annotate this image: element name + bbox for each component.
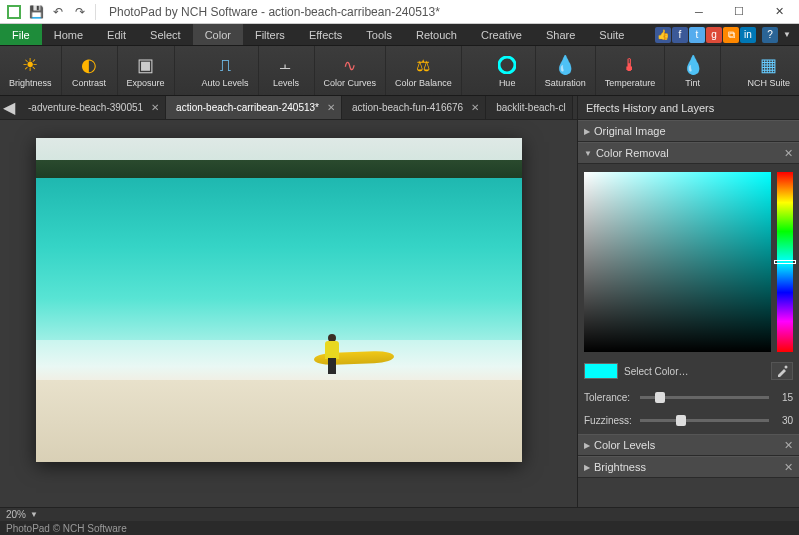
share-icon[interactable]: ⧉ [723,27,739,43]
minimize-button[interactable]: ─ [679,0,719,24]
panel-close-icon[interactable]: ✕ [784,147,793,160]
menu-edit[interactable]: Edit [95,24,138,45]
accordion-color-levels[interactable]: ▶Color Levels✕ [578,434,799,456]
tool-saturation[interactable]: 💧Saturation [536,46,596,96]
tool-contrast[interactable]: ◐Contrast [62,46,118,96]
twitter-icon[interactable]: t [689,27,705,43]
panel-close-icon[interactable]: ✕ [784,461,793,474]
right-panel: Effects History and Layers ▶Original Ima… [577,96,799,507]
menu-tools[interactable]: Tools [354,24,404,45]
menu-bar: File Home Edit Select Color Filters Effe… [0,24,799,46]
maximize-button[interactable]: ☐ [719,0,759,24]
app-menu-icon[interactable] [4,2,24,22]
fuzziness-slider[interactable] [640,419,769,422]
menu-color[interactable]: Color [193,24,243,45]
zoom-dropdown-icon[interactable]: ▼ [30,510,38,519]
tool-tint[interactable]: 💧Tint [665,46,721,96]
color-removal-body: Select Color… Tolerance: 15 Fuzziness: 3… [578,164,799,434]
accordion-original-image[interactable]: ▶Original Image [578,120,799,142]
tab-close-icon[interactable]: ✕ [151,102,159,113]
tolerance-row: Tolerance: 15 [584,392,793,403]
color-swatch[interactable] [584,363,618,379]
tool-nch-suite[interactable]: ▦NCH Suite [738,46,799,96]
undo-icon[interactable]: ↶ [48,2,68,22]
accordion-brightness[interactable]: ▶Brightness✕ [578,456,799,478]
curves-icon: ∿ [343,53,356,77]
fuzziness-value: 30 [775,415,793,426]
menu-filters[interactable]: Filters [243,24,297,45]
status-text: PhotoPad © NCH Software [6,523,127,534]
tool-color-curves[interactable]: ∿Color Curves [315,46,387,96]
tolerance-value: 15 [775,392,793,403]
menu-retouch[interactable]: Retouch [404,24,469,45]
menu-select[interactable]: Select [138,24,193,45]
chevron-right-icon: ▶ [584,441,590,450]
menu-creative[interactable]: Creative [469,24,534,45]
thumbs-up-icon[interactable]: 👍 [655,27,671,43]
svg-rect-0 [8,6,20,18]
save-icon[interactable]: 💾 [26,2,46,22]
svg-point-1 [499,57,515,73]
tool-brightness[interactable]: ☀Brightness [0,46,62,96]
eyedropper-button[interactable] [771,362,793,380]
menu-home[interactable]: Home [42,24,95,45]
menu-share[interactable]: Share [534,24,587,45]
redo-icon[interactable]: ↷ [70,2,90,22]
tab-document-active[interactable]: action-beach-carribean-240513*✕ [166,96,342,119]
quick-access-toolbar: 💾 ↶ ↷ [0,2,103,22]
tab-close-icon[interactable]: ✕ [327,102,335,113]
help-dropdown-icon[interactable]: ▼ [779,27,795,43]
close-button[interactable]: ✕ [759,0,799,24]
hue-slider[interactable] [777,172,793,352]
ribbon-color: ☀Brightness ◐Contrast ▣Exposure ⎍Auto Le… [0,46,799,96]
select-color-link[interactable]: Select Color… [624,366,765,377]
tab-document[interactable]: action-beach-fun-416676✕ [342,96,486,119]
levels-icon: ⫠ [277,53,295,77]
window-controls: ─ ☐ ✕ [679,0,799,24]
google-plus-icon[interactable]: g [706,27,722,43]
image-preview[interactable] [36,138,522,462]
tab-close-icon[interactable]: ✕ [471,102,479,113]
zoom-bar: 20% ▼ [0,507,799,521]
exposure-icon: ▣ [137,53,154,77]
tolerance-slider[interactable] [640,396,769,399]
contrast-icon: ◐ [81,53,97,77]
fuzziness-row: Fuzziness: 30 [584,415,793,426]
thermometer-icon: 🌡 [621,53,639,77]
menu-suite[interactable]: Suite [587,24,636,45]
social-icons: 👍 f t g ⧉ in ? ▼ [655,24,799,45]
panel-close-icon[interactable]: ✕ [784,439,793,452]
chevron-down-icon: ▼ [584,149,592,158]
grid-icon: ▦ [760,53,777,77]
separator [95,4,96,20]
tool-auto-levels[interactable]: ⎍Auto Levels [193,46,259,96]
tool-color-balance[interactable]: ⚖Color Balance [386,46,462,96]
tab-document[interactable]: backlit-beach-cl [486,96,572,119]
tool-temperature[interactable]: 🌡Temperature [596,46,666,96]
menu-file[interactable]: File [0,24,42,45]
hue-marker [774,260,796,264]
facebook-icon[interactable]: f [672,27,688,43]
document-area: ◀ -adventure-beach-390051✕ action-beach-… [0,96,577,507]
accordion-color-removal[interactable]: ▼Color Removal✕ [578,142,799,164]
tabs-scroll-left[interactable]: ◀ [0,96,18,119]
status-bar: PhotoPad © NCH Software [0,521,799,535]
document-tabs: ◀ -adventure-beach-390051✕ action-beach-… [0,96,577,120]
help-icon[interactable]: ? [762,27,778,43]
chevron-right-icon: ▶ [584,127,590,136]
canvas[interactable] [0,120,577,507]
tab-document[interactable]: -adventure-beach-390051✕ [18,96,166,119]
sun-icon: ☀ [22,53,38,77]
hue-icon [498,53,516,77]
menu-effects[interactable]: Effects [297,24,354,45]
svg-point-2 [785,366,788,369]
color-field[interactable] [584,172,771,352]
tool-hue[interactable]: Hue [480,46,536,96]
autolevels-icon: ⎍ [220,53,231,77]
tool-exposure[interactable]: ▣Exposure [118,46,175,96]
balance-icon: ⚖ [416,53,430,77]
tool-levels[interactable]: ⫠Levels [259,46,315,96]
chevron-right-icon: ▶ [584,463,590,472]
zoom-value[interactable]: 20% [6,509,26,520]
linkedin-icon[interactable]: in [740,27,756,43]
